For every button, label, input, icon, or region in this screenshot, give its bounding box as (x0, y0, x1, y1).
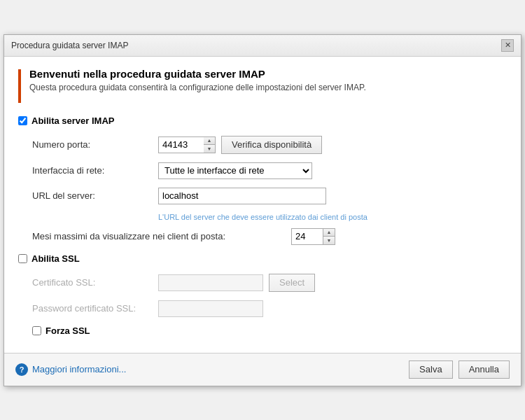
close-button[interactable]: ✕ (501, 39, 514, 52)
enable-ssl-checkbox[interactable] (18, 254, 27, 263)
header-accent (18, 69, 21, 103)
window-title: Procedura guidata server IMAP (11, 41, 128, 50)
footer-left: ? Maggiori informazioni... (15, 363, 126, 376)
ssl-section: Abilita SSL Certificato SSL: Select Pass… (18, 253, 507, 336)
months-row: Mesi massimi da visualizzare nei client … (18, 228, 507, 245)
close-icon: ✕ (505, 41, 511, 50)
ssl-cert-label: Certificato SSL: (32, 277, 158, 288)
ssl-cert-row: Certificato SSL: Select (18, 274, 507, 292)
main-dialog: Procedura guidata server IMAP ✕ Benvenut… (4, 34, 522, 386)
port-down-button[interactable]: ▼ (204, 145, 215, 153)
footer-bar: ? Maggiori informazioni... Salva Annulla (4, 353, 521, 386)
header-text: Benvenuti nella procedura guidata server… (29, 68, 366, 92)
enable-imap-checkbox[interactable] (18, 116, 27, 125)
server-url-row: URL del server: (18, 188, 507, 204)
force-ssl-checkbox[interactable] (32, 326, 41, 335)
enable-ssl-label[interactable]: Abilita SSL (31, 253, 80, 264)
months-up-button[interactable]: ▲ (323, 229, 335, 237)
help-icon[interactable]: ? (15, 363, 28, 376)
port-spinner-group: ▲ ▼ (158, 136, 216, 153)
months-down-button[interactable]: ▼ (323, 237, 335, 244)
dialog-body: Benvenuti nella procedura guidata server… (4, 57, 521, 353)
months-input[interactable] (291, 228, 323, 245)
header-title: Benvenuti nella procedura guidata server… (29, 68, 366, 80)
up-arrow-icon: ▲ (207, 138, 212, 143)
ssl-pass-control (158, 300, 263, 317)
port-control-group: ▲ ▼ Verifica disponibilità (158, 136, 322, 154)
ssl-pass-input (158, 300, 263, 317)
months-spinner-group: ▲ ▼ (291, 228, 335, 245)
verify-button[interactable]: Verifica disponibilità (221, 136, 322, 154)
network-interface-select[interactable]: Tutte le interfacce di rete (158, 162, 312, 179)
cancel-button[interactable]: Annulla (458, 360, 510, 379)
up-arrow-icon2: ▲ (327, 230, 332, 234)
network-interface-row: Interfaccia di rete: Tutte le interfacce… (18, 162, 507, 179)
months-spinners: ▲ ▼ (323, 228, 335, 245)
enable-imap-row: Abilita server IMAP (18, 115, 507, 126)
enable-ssl-row: Abilita SSL (18, 253, 507, 264)
network-interface-control: Tutte le interfacce di rete (158, 162, 312, 179)
select-button[interactable]: Select (269, 274, 315, 292)
months-label: Mesi massimi da visualizzare nei client … (32, 231, 291, 241)
port-label: Numero porta: (32, 139, 158, 150)
force-ssl-label[interactable]: Forza SSL (46, 326, 90, 336)
network-interface-label: Interfaccia di rete: (32, 165, 158, 176)
ssl-pass-row: Password certificato SSL: (18, 300, 507, 317)
header-subtitle: Questa procedura guidata consentirà la c… (29, 83, 366, 92)
port-spinners: ▲ ▼ (204, 136, 216, 153)
port-input[interactable] (158, 136, 204, 153)
form-section: Abilita server IMAP Numero porta: ▲ ▼ (4, 113, 521, 353)
header-section: Benvenuti nella procedura guidata server… (4, 57, 521, 113)
down-arrow-icon2: ▼ (327, 238, 332, 243)
server-url-input[interactable] (158, 188, 326, 204)
save-button[interactable]: Salva (409, 360, 453, 379)
question-mark-icon: ? (20, 365, 24, 374)
ssl-pass-label: Password certificato SSL: (32, 303, 158, 314)
enable-imap-label[interactable]: Abilita server IMAP (31, 115, 115, 126)
port-row: Numero porta: ▲ ▼ Verifica d (18, 136, 507, 154)
ssl-cert-input (158, 274, 263, 291)
server-url-hint: L'URL del server che deve essere utilizz… (18, 213, 507, 221)
server-url-label: URL del server: (32, 190, 158, 201)
footer-right: Salva Annulla (409, 360, 510, 379)
ssl-cert-control: Select (158, 274, 315, 292)
title-bar: Procedura guidata server IMAP ✕ (4, 35, 521, 57)
force-ssl-row: Forza SSL (18, 326, 507, 336)
port-up-button[interactable]: ▲ (204, 137, 215, 145)
down-arrow-icon: ▼ (207, 146, 212, 151)
server-url-control (158, 188, 326, 204)
help-link[interactable]: Maggiori informazioni... (32, 364, 126, 374)
months-control: ▲ ▼ (291, 228, 335, 245)
